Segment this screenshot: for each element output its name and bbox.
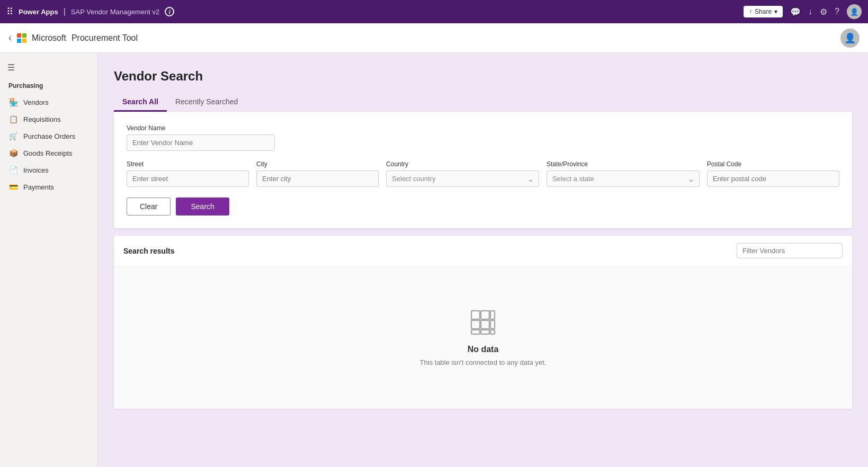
- city-label: City: [256, 160, 379, 168]
- top-bar: ⠿ Power Apps | SAP Vendor Management v2 …: [0, 0, 868, 23]
- info-icon[interactable]: i: [165, 7, 174, 16]
- vendors-icon: 🏪: [8, 98, 18, 106]
- app-header-ms-label: Microsoft: [32, 33, 66, 43]
- svg-rect-4: [481, 320, 489, 329]
- invoices-icon: 📄: [8, 166, 18, 174]
- search-card: Vendor Name Street City Country Se: [114, 112, 852, 228]
- layout: ☰ Purchasing 🏪 Vendors 📋 Requisitions 🛒 …: [0, 53, 868, 467]
- svg-rect-0: [471, 311, 480, 319]
- requisitions-icon: 📋: [8, 115, 18, 123]
- country-label: Country: [386, 160, 539, 168]
- share-icon: ↑: [749, 8, 752, 15]
- payments-icon: 💳: [8, 183, 18, 191]
- tab-search-all[interactable]: Search All: [114, 93, 167, 112]
- filter-vendors-input[interactable]: [737, 243, 843, 258]
- download-icon[interactable]: ↓: [808, 7, 812, 16]
- svg-rect-2: [490, 311, 495, 319]
- svg-rect-6: [471, 330, 480, 334]
- svg-rect-3: [471, 320, 480, 329]
- app-header-title: Procurement Tool: [71, 33, 138, 43]
- top-bar-left: ⠿ Power Apps | SAP Vendor Management v2 …: [6, 6, 174, 17]
- sidebar-item-purchase-orders[interactable]: 🛒 Purchase Orders: [0, 128, 97, 145]
- city-input[interactable]: [256, 170, 379, 187]
- header-user-avatar[interactable]: 👤: [840, 29, 860, 48]
- sidebar-item-purchase-orders-label: Purchase Orders: [23, 132, 75, 140]
- street-field: Street: [127, 160, 249, 187]
- share-chevron-icon: ▾: [774, 8, 777, 15]
- postal-input[interactable]: [707, 170, 839, 187]
- search-button[interactable]: Search: [176, 197, 229, 215]
- results-header: Search results: [114, 236, 852, 266]
- svg-rect-8: [490, 330, 495, 334]
- goods-receipts-icon: 📦: [8, 149, 18, 157]
- sidebar-item-invoices[interactable]: 📄 Invoices: [0, 161, 97, 178]
- state-select-wrapper: Select a state: [547, 170, 700, 187]
- sidebar: ☰ Purchasing 🏪 Vendors 📋 Requisitions 🛒 …: [0, 53, 98, 467]
- results-title: Search results: [123, 247, 175, 255]
- user-avatar[interactable]: 👤: [847, 4, 862, 19]
- no-data-subtitle: This table isn't connected to any data y…: [420, 358, 547, 366]
- state-field: State/Province Select a state: [547, 160, 700, 187]
- street-label: Street: [127, 160, 249, 168]
- back-button[interactable]: ‹: [8, 32, 12, 43]
- vendor-name-label: Vendor Name: [127, 124, 275, 132]
- sidebar-item-payments-label: Payments: [23, 183, 54, 191]
- purchase-orders-icon: 🛒: [8, 132, 18, 140]
- street-input[interactable]: [127, 170, 249, 187]
- sidebar-item-invoices-label: Invoices: [23, 166, 49, 174]
- no-data-title: No data: [468, 345, 499, 354]
- no-data-area: No data This table isn't connected to an…: [114, 266, 852, 409]
- vendor-name-field: Vendor Name: [127, 124, 275, 151]
- sidebar-item-goods-receipts-label: Goods Receipts: [23, 149, 73, 157]
- app-header: ‹ Microsoft Procurement Tool 👤: [0, 23, 868, 53]
- country-field: Country Select country: [386, 160, 539, 187]
- sidebar-item-vendors[interactable]: 🏪 Vendors: [0, 94, 97, 111]
- main-content: Vendor Search Search All Recently Search…: [98, 53, 868, 467]
- postal-field: Postal Code: [707, 160, 839, 187]
- comments-icon[interactable]: 💬: [790, 7, 801, 17]
- share-button[interactable]: ↑ Share ▾: [744, 6, 783, 17]
- microsoft-logo: [17, 33, 26, 43]
- sidebar-item-requisitions-label: Requisitions: [23, 115, 61, 123]
- hamburger-icon[interactable]: ☰: [0, 59, 97, 79]
- settings-icon[interactable]: ⚙: [820, 7, 827, 17]
- address-row: Street City Country Select country: [127, 160, 839, 187]
- tab-recently-searched[interactable]: Recently Searched: [167, 93, 246, 112]
- top-bar-right: ↑ Share ▾ 💬 ↓ ⚙ ? 👤: [744, 4, 862, 19]
- help-icon[interactable]: ?: [835, 7, 839, 16]
- separator: |: [64, 7, 66, 16]
- svg-rect-5: [490, 320, 495, 329]
- state-label: State/Province: [547, 160, 700, 168]
- btn-row: Clear Search: [127, 197, 839, 215]
- country-select-wrapper: Select country: [386, 170, 539, 187]
- product-name: SAP Vendor Management v2: [71, 8, 159, 16]
- page-title: Vendor Search: [114, 69, 852, 84]
- app-header-left: ‹ Microsoft Procurement Tool: [8, 32, 138, 43]
- grid-icon: [469, 309, 497, 336]
- svg-rect-1: [481, 311, 489, 319]
- clear-button[interactable]: Clear: [127, 197, 171, 215]
- state-select[interactable]: Select a state: [547, 170, 700, 187]
- city-field: City: [256, 160, 379, 187]
- sidebar-item-payments[interactable]: 💳 Payments: [0, 178, 97, 195]
- results-section: Search results No data This table i: [114, 236, 852, 409]
- waffle-icon[interactable]: ⠿: [6, 6, 13, 17]
- svg-rect-7: [481, 330, 489, 334]
- sidebar-item-goods-receipts[interactable]: 📦 Goods Receipts: [0, 145, 97, 161]
- sidebar-item-requisitions[interactable]: 📋 Requisitions: [0, 111, 97, 128]
- back-icon: ‹: [8, 32, 12, 43]
- sidebar-item-vendors-label: Vendors: [23, 98, 49, 106]
- vendor-name-input[interactable]: [127, 134, 275, 151]
- tabs: Search All Recently Searched: [114, 93, 852, 112]
- sidebar-section-label: Purchasing: [0, 79, 97, 94]
- share-label: Share: [755, 8, 772, 15]
- country-select[interactable]: Select country: [386, 170, 539, 187]
- powerapps-label: Power Apps: [19, 8, 58, 16]
- postal-label: Postal Code: [707, 160, 839, 168]
